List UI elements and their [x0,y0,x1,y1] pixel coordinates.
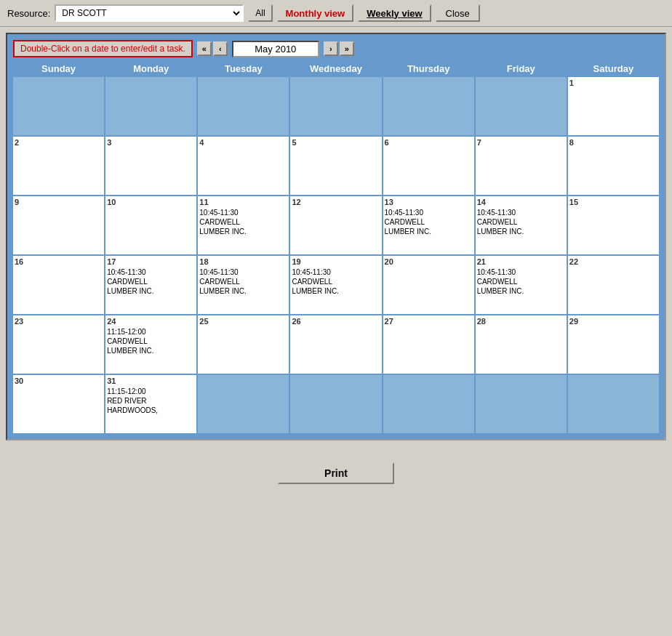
day-10[interactable]: 10 [105,196,196,254]
day-blank[interactable] [290,375,381,433]
day-19[interactable]: 19 10:45-11:30CARDWELLLUMBER INC. [290,256,381,314]
next-button[interactable]: › [324,41,338,56]
event: 11:15-12:00CARDWELLLUMBER INC. [107,327,195,355]
day-28[interactable]: 28 [476,315,567,374]
day-27[interactable]: 27 [383,315,474,374]
day-number: 16 [15,257,103,266]
day-number: 11 [199,198,287,206]
weekly-view-button[interactable]: Weekly view [358,4,431,22]
day-2[interactable]: 2 [13,137,104,195]
day-16[interactable]: 16 [13,256,104,314]
day-number: 30 [15,377,103,385]
day-number: 20 [385,257,473,266]
prev-button[interactable]: ‹ [213,41,228,56]
day-21[interactable]: 21 10:45-11:30CARDWELLLUMBER INC. [476,256,567,314]
print-button[interactable]: Print [278,462,394,484]
day-13[interactable]: 13 10:45-11:30CARDWELLLUMBER INC. [383,196,474,254]
resource-label: Resource: [7,8,50,19]
day-5[interactable]: 5 [290,137,381,195]
day-number: 22 [569,257,657,266]
day-number: 12 [292,198,380,206]
monthly-view-button[interactable]: Monthly view [277,4,354,22]
event: 10:45-11:30CARDWELLLUMBER INC. [199,267,287,296]
header-tuesday: Tuesday [198,62,289,76]
event: 10:45-11:30CARDWELLLUMBER INC. [199,208,287,236]
event: 11:15-12:00RED RIVERHARDWOODS, [107,387,195,415]
day-blank[interactable] [383,77,474,135]
day-blank[interactable] [290,77,381,135]
day-number: 1 [569,79,657,87]
day-number: 9 [15,198,103,206]
day-3[interactable]: 3 [105,137,196,195]
day-number: 5 [292,138,380,147]
day-20[interactable]: 20 [383,256,474,314]
header-friday: Friday [476,62,567,76]
day-number: 14 [477,198,565,206]
nav-buttons-next: › » [324,41,354,56]
day-number: 31 [107,377,195,385]
day-headers: Sunday Monday Tuesday Wednesday Thursday… [13,62,659,76]
day-blank[interactable] [476,77,567,135]
day-number: 18 [199,257,287,266]
day-25[interactable]: 25 [198,315,289,374]
day-number: 13 [385,198,473,206]
day-number: 15 [569,198,657,206]
day-number: 8 [569,138,657,147]
prev-prev-button[interactable]: « [197,41,212,56]
day-blank[interactable] [476,375,567,433]
day-9[interactable]: 9 [13,196,104,254]
day-8[interactable]: 8 [568,137,659,195]
day-14[interactable]: 14 10:45-11:30CARDWELLLUMBER INC. [476,196,567,254]
calendar-header: Double-Click on a date to enter/edit a t… [13,40,659,57]
hint-box: Double-Click on a date to enter/edit a t… [13,40,193,57]
print-section: Print [0,448,672,499]
day-15[interactable]: 15 [568,196,659,254]
day-number: 27 [385,317,473,326]
header-saturday: Saturday [568,62,659,76]
day-22[interactable]: 22 [568,256,659,314]
event: 10:45-11:30CARDWELLLUMBER INC. [385,208,473,236]
day-number: 2 [15,138,103,147]
day-6[interactable]: 6 [383,137,474,195]
resource-select[interactable]: DR SCOTT [55,4,244,22]
day-11[interactable]: 11 10:45-11:30CARDWELLLUMBER INC. [198,196,289,254]
day-blank[interactable] [198,77,289,135]
day-23[interactable]: 23 [13,315,104,374]
day-number: 24 [107,317,195,326]
all-button[interactable]: All [248,4,272,22]
header-wednesday: Wednesday [290,62,381,76]
day-number: 17 [107,257,195,266]
day-blank[interactable] [198,375,289,433]
day-18[interactable]: 18 10:45-11:30CARDWELLLUMBER INC. [198,256,289,314]
day-blank[interactable] [105,77,196,135]
month-label: May 2010 [232,41,319,57]
day-number: 28 [477,317,565,326]
day-number: 7 [477,138,565,147]
calendar-container: Double-Click on a date to enter/edit a t… [6,33,666,440]
day-17[interactable]: 17 10:45-11:30CARDWELLLUMBER INC. [105,256,196,314]
day-29[interactable]: 29 [568,315,659,374]
day-number: 21 [477,257,565,266]
day-number: 29 [569,317,657,326]
day-31[interactable]: 31 11:15-12:00RED RIVERHARDWOODS, [105,375,196,433]
day-4[interactable]: 4 [198,137,289,195]
day-12[interactable]: 12 [290,196,381,254]
day-blank[interactable] [383,375,474,433]
close-button[interactable]: Close [436,4,480,22]
day-number: 3 [107,138,195,147]
nav-buttons: « ‹ [197,41,228,56]
day-7[interactable]: 7 [476,137,567,195]
day-blank[interactable] [13,77,104,135]
day-number: 26 [292,317,380,326]
header-monday: Monday [105,62,196,76]
event: 10:45-11:30CARDWELLLUMBER INC. [292,267,380,296]
day-1[interactable]: 1 [568,77,659,135]
day-30[interactable]: 30 [13,375,104,433]
day-24[interactable]: 24 11:15-12:00CARDWELLLUMBER INC. [105,315,196,374]
next-next-button[interactable]: » [340,41,354,56]
day-number: 6 [385,138,473,147]
header-sunday: Sunday [13,62,104,76]
day-blank[interactable] [568,375,659,433]
event: 10:45-11:30CARDWELLLUMBER INC. [477,267,565,296]
day-26[interactable]: 26 [290,315,381,374]
